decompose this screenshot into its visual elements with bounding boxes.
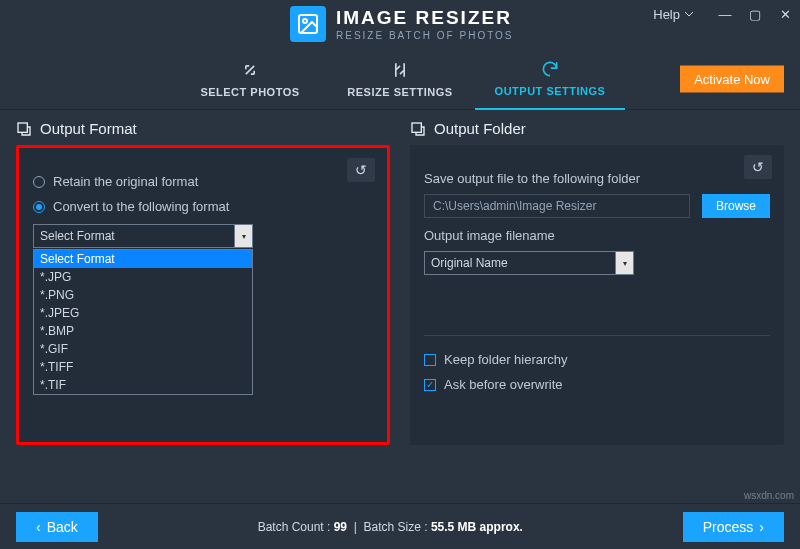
watermark: wsxdn.com	[744, 490, 794, 501]
select-value: Original Name	[431, 256, 508, 270]
filename-select[interactable]: Original Name ▾	[424, 251, 634, 275]
chevron-down-icon: ▾	[615, 252, 633, 274]
format-select[interactable]: Select Format ▾ Select Format *.JPG *.PN…	[33, 224, 253, 248]
filename-label: Output image filename	[424, 228, 770, 243]
tab-label: SELECT PHOTOS	[200, 86, 299, 98]
output-format-card: ↺ Retain the original format Convert to …	[16, 145, 390, 445]
svg-rect-3	[412, 123, 421, 132]
reset-folder-button[interactable]: ↺	[744, 155, 772, 179]
checkbox-label: Ask before overwrite	[444, 377, 563, 392]
tab-select-photos[interactable]: SELECT PHOTOS	[175, 48, 325, 109]
format-option[interactable]: *.TIFF	[34, 358, 252, 376]
help-label: Help	[653, 7, 680, 22]
app-logo	[290, 6, 326, 42]
format-select-box[interactable]: Select Format ▾	[33, 224, 253, 248]
checkbox-icon	[424, 354, 436, 366]
svg-rect-2	[18, 123, 27, 132]
title-bar: IMAGE RESIZER RESIZE BATCH OF PHOTOS Hel…	[0, 0, 800, 48]
chevron-down-icon: ▾	[234, 225, 252, 247]
folder-icon	[410, 121, 426, 137]
checkbox-label: Keep folder hierarchy	[444, 352, 568, 367]
save-location-label: Save output file to the following folder	[424, 171, 770, 186]
help-menu[interactable]: Help	[647, 7, 700, 22]
resize-icon	[390, 60, 410, 80]
export-icon	[16, 121, 32, 137]
checkbox-icon	[424, 379, 436, 391]
activate-button[interactable]: Activate Now	[680, 65, 784, 92]
expand-icon	[240, 60, 260, 80]
process-button[interactable]: Process ›	[683, 512, 784, 542]
footer-bar: ‹ Back Batch Count : 99 | Batch Size : 5…	[0, 503, 800, 549]
divider	[424, 335, 770, 336]
output-folder-heading: Output Folder	[410, 120, 784, 137]
button-label: Process	[703, 519, 754, 535]
format-option[interactable]: *.PNG	[34, 286, 252, 304]
content-body: Output Format ↺ Retain the original form…	[0, 110, 800, 445]
output-format-panel: Output Format ↺ Retain the original form…	[16, 120, 390, 445]
output-folder-card: ↺ Save output file to the following fold…	[410, 145, 784, 445]
format-dropdown: Select Format *.JPG *.PNG *.JPEG *.BMP *…	[33, 249, 253, 395]
format-option[interactable]: Select Format	[34, 250, 252, 268]
tab-resize-settings[interactable]: RESIZE SETTINGS	[325, 48, 475, 109]
minimize-button[interactable]: —	[710, 2, 740, 26]
maximize-button[interactable]: ▢	[740, 2, 770, 26]
close-button[interactable]: ✕	[770, 2, 800, 26]
browse-button[interactable]: Browse	[702, 194, 770, 218]
select-value: Select Format	[40, 229, 115, 243]
button-label: Back	[47, 519, 78, 535]
radio-icon	[33, 201, 45, 213]
retain-format-radio[interactable]: Retain the original format	[33, 174, 373, 189]
app-subtitle: RESIZE BATCH OF PHOTOS	[336, 30, 514, 41]
format-option[interactable]: *.TIF	[34, 376, 252, 394]
output-folder-panel: Output Folder ↺ Save output file to the …	[410, 120, 784, 445]
app-title: IMAGE RESIZER	[336, 7, 514, 29]
chevron-left-icon: ‹	[36, 519, 41, 535]
radio-label: Retain the original format	[53, 174, 198, 189]
chevron-right-icon: ›	[759, 519, 764, 535]
app-title-block: IMAGE RESIZER RESIZE BATCH OF PHOTOS	[336, 7, 514, 41]
keep-hierarchy-checkbox[interactable]: Keep folder hierarchy	[424, 352, 770, 367]
radio-label: Convert to the following format	[53, 199, 229, 214]
status-text: Batch Count : 99 | Batch Size : 55.5 MB …	[98, 520, 683, 534]
svg-point-1	[303, 19, 307, 23]
reset-format-button[interactable]: ↺	[347, 158, 375, 182]
format-option[interactable]: *.JPEG	[34, 304, 252, 322]
window-controls: Help — ▢ ✕	[647, 0, 800, 28]
path-input[interactable]: C:\Users\admin\Image Resizer	[424, 194, 690, 218]
output-format-heading: Output Format	[16, 120, 390, 137]
tab-output-settings[interactable]: OUTPUT SETTINGS	[475, 48, 625, 110]
refresh-icon	[540, 59, 560, 79]
chevron-down-icon	[684, 9, 694, 19]
format-option[interactable]: *.JPG	[34, 268, 252, 286]
ask-overwrite-checkbox[interactable]: Ask before overwrite	[424, 377, 770, 392]
back-button[interactable]: ‹ Back	[16, 512, 98, 542]
convert-format-radio[interactable]: Convert to the following format	[33, 199, 373, 214]
format-option[interactable]: *.BMP	[34, 322, 252, 340]
tab-bar: SELECT PHOTOS RESIZE SETTINGS OUTPUT SET…	[0, 48, 800, 110]
tab-label: OUTPUT SETTINGS	[495, 85, 606, 97]
tab-label: RESIZE SETTINGS	[347, 86, 452, 98]
radio-icon	[33, 176, 45, 188]
format-option[interactable]: *.GIF	[34, 340, 252, 358]
